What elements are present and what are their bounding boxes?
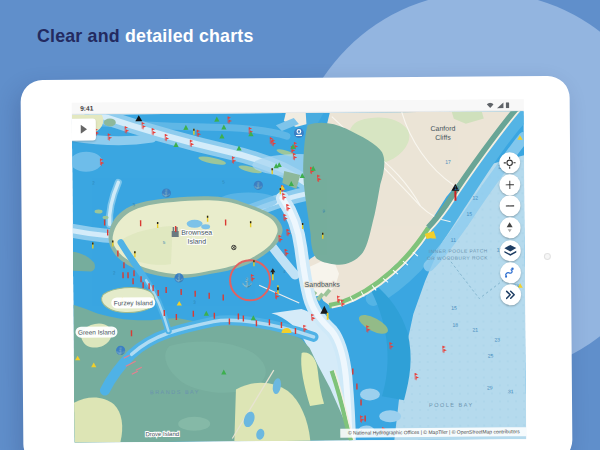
svg-text:2: 2 bbox=[112, 269, 115, 274]
svg-text:⚓: ⚓ bbox=[161, 187, 170, 196]
svg-text:⚓: ⚓ bbox=[253, 180, 262, 189]
svg-text:BRANDS BAY: BRANDS BAY bbox=[149, 388, 199, 394]
svg-text:Furzey Island: Furzey Island bbox=[113, 298, 152, 306]
svg-text:15: 15 bbox=[450, 304, 456, 310]
svg-text:Drove Island: Drove Island bbox=[144, 430, 178, 436]
svg-text:18: 18 bbox=[451, 321, 457, 327]
svg-text:11: 11 bbox=[453, 184, 458, 190]
svg-text:17: 17 bbox=[444, 158, 450, 164]
svg-text:3: 3 bbox=[131, 201, 134, 206]
svg-text:5: 5 bbox=[162, 239, 165, 244]
svg-text:3: 3 bbox=[192, 299, 195, 304]
svg-text:9: 9 bbox=[322, 208, 325, 213]
svg-text:Canford: Canford bbox=[429, 124, 454, 131]
svg-text:Sandbanks: Sandbanks bbox=[304, 280, 340, 287]
svg-text:POOLE BAY: POOLE BAY bbox=[428, 401, 473, 407]
svg-text:⚓: ⚓ bbox=[174, 272, 183, 281]
svg-text:Brownsea: Brownsea bbox=[180, 228, 211, 235]
svg-text:Island: Island bbox=[186, 237, 205, 244]
svg-text:Cliffs: Cliffs bbox=[434, 133, 450, 140]
svg-text:⚓: ⚓ bbox=[116, 345, 125, 354]
svg-text:21: 21 bbox=[471, 326, 477, 332]
svg-text:4: 4 bbox=[282, 268, 285, 273]
svg-text:OR WOODBURY ROCK: OR WOODBURY ROCK bbox=[426, 254, 487, 259]
svg-text:12: 12 bbox=[471, 194, 477, 200]
svg-text:Green Island: Green Island bbox=[77, 327, 115, 334]
svg-text:23: 23 bbox=[494, 335, 500, 341]
svg-text:31: 31 bbox=[507, 387, 513, 393]
svg-text:11: 11 bbox=[450, 236, 455, 242]
svg-text:25: 25 bbox=[487, 351, 493, 357]
svg-text:15: 15 bbox=[466, 210, 472, 216]
svg-text:5: 5 bbox=[221, 179, 224, 184]
svg-text:INNER POOLE PATCH: INNER POOLE PATCH bbox=[428, 247, 487, 252]
svg-text:29: 29 bbox=[486, 383, 492, 389]
svg-text:2: 2 bbox=[91, 180, 94, 185]
